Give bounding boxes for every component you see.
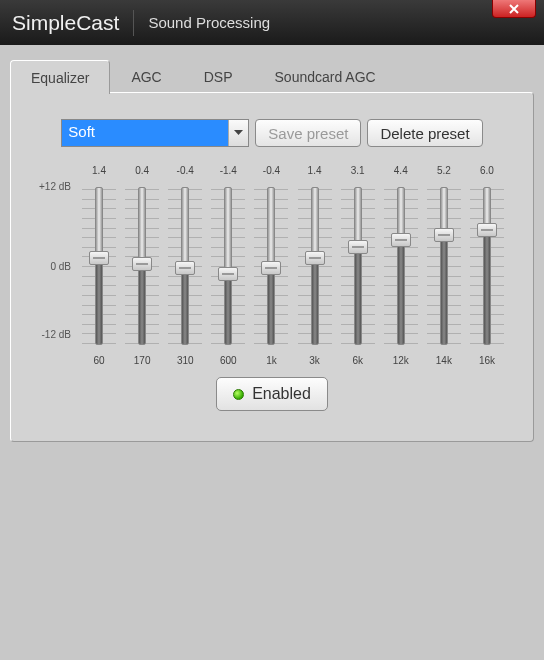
preset-selected: Soft [62,120,228,146]
slider-thumb[interactable] [132,257,152,271]
tab-dsp[interactable]: DSP [183,59,254,93]
eq-slider[interactable] [425,181,463,351]
window-subtitle: Sound Processing [148,14,270,31]
band-freq: 16k [479,355,495,366]
close-button[interactable] [492,0,536,18]
slider-thumb[interactable] [261,261,281,275]
tab-bar: EqualizerAGCDSPSoundcard AGC [10,59,534,93]
delete-preset-button[interactable]: Delete preset [367,119,482,147]
band-value: 1.4 [308,165,322,179]
band-value: 4.4 [394,165,408,179]
status-led-icon [233,389,244,400]
band-freq: 170 [134,355,151,366]
band-value: 6.0 [480,165,494,179]
tab-soundcard-agc[interactable]: Soundcard AGC [254,59,397,93]
eq-slider[interactable] [209,181,247,351]
slider-thumb[interactable] [391,233,411,247]
eq-band-170: 0.4170 [122,165,162,366]
band-value: 5.2 [437,165,451,179]
eq-bands: 1.4600.4170-0.4310-1.4600-0.41k1.43k3.16… [79,165,507,366]
close-icon [508,4,520,14]
equalizer-panel: Soft Save preset Delete preset +12 dB 0 … [10,92,534,442]
eq-slider[interactable] [252,181,290,351]
band-value: -1.4 [220,165,237,179]
slider-thumb[interactable] [89,251,109,265]
eq-band-600: -1.4600 [208,165,248,366]
eq-band-16k: 6.016k [467,165,507,366]
title-divider [133,10,134,36]
band-freq: 14k [436,355,452,366]
eq-slider[interactable] [166,181,204,351]
eq-band-6k: 3.16k [338,165,378,366]
enabled-label: Enabled [252,385,311,403]
band-freq: 1k [266,355,277,366]
slider-thumb[interactable] [348,240,368,254]
slider-thumb[interactable] [175,261,195,275]
band-value: 1.4 [92,165,106,179]
band-freq: 310 [177,355,194,366]
band-value: -0.4 [177,165,194,179]
band-value: -0.4 [263,165,280,179]
band-value: 0.4 [135,165,149,179]
eq-slider[interactable] [80,181,118,351]
eq-slider[interactable] [339,181,377,351]
band-freq: 6k [352,355,363,366]
enabled-toggle[interactable]: Enabled [216,377,328,411]
eq-slider[interactable] [382,181,420,351]
band-freq: 3k [309,355,320,366]
scale-zero: 0 dB [50,261,71,272]
eq-band-60: 1.460 [79,165,119,366]
preset-select[interactable]: Soft [61,119,249,147]
titlebar: SimpleCast Sound Processing [0,0,544,45]
eq-band-14k: 5.214k [424,165,464,366]
slider-thumb[interactable] [305,251,325,265]
band-freq: 600 [220,355,237,366]
band-freq: 12k [393,355,409,366]
eq-band-12k: 4.412k [381,165,421,366]
app-title: SimpleCast [12,11,119,35]
tab-equalizer[interactable]: Equalizer [10,60,110,94]
slider-thumb[interactable] [218,267,238,281]
scale-plus12: +12 dB [39,181,71,192]
eq-band-3k: 1.43k [295,165,335,366]
chevron-down-icon [228,120,248,146]
db-scale: +12 dB 0 dB -12 dB [31,165,75,335]
save-preset-button[interactable]: Save preset [255,119,361,147]
slider-thumb[interactable] [477,223,497,237]
eq-band-310: -0.4310 [165,165,205,366]
eq-band-1k: -0.41k [251,165,291,366]
eq-slider[interactable] [123,181,161,351]
band-freq: 60 [93,355,104,366]
eq-slider[interactable] [468,181,506,351]
eq-slider[interactable] [296,181,334,351]
band-value: 3.1 [351,165,365,179]
scale-minus12: -12 dB [42,329,71,340]
tab-agc[interactable]: AGC [110,59,182,93]
slider-thumb[interactable] [434,228,454,242]
